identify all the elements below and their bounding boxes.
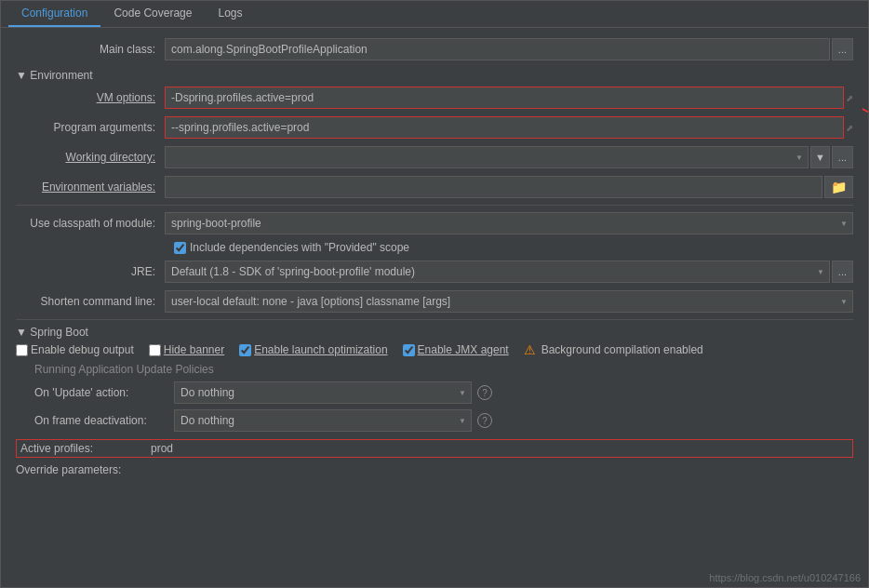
frame-deactivation-label: On frame deactivation: <box>34 414 174 427</box>
jre-select[interactable]: Default (1.8 - SDK of 'spring-boot-profi… <box>165 261 830 283</box>
classpath-row: Use classpath of module: spring-boot-pro… <box>16 211 853 235</box>
update-action-row: On 'Update' action: Do nothing ? <box>34 381 853 404</box>
divider-2 <box>16 319 853 320</box>
jre-label: JRE: <box>16 265 165 278</box>
tab-logs[interactable]: Logs <box>205 1 255 27</box>
update-action-label: On 'Update' action: <box>34 386 174 399</box>
override-params-label: Override parameters: <box>16 463 146 476</box>
spring-boot-triangle-icon: ▼ <box>16 326 27 339</box>
working-dir-select-wrapper <box>165 146 809 168</box>
program-args-input-wrap: ⬈ <box>165 116 853 139</box>
enable-jmx-label: Enable JMX agent <box>418 343 509 356</box>
include-deps-checkbox[interactable] <box>174 242 186 254</box>
tab-code-coverage[interactable]: Code Coverage <box>100 1 205 27</box>
env-vars-label: Environment variables: <box>16 180 165 194</box>
enable-debug-checkbox[interactable] <box>16 344 28 356</box>
svg-line-0 <box>862 109 868 146</box>
shorten-select[interactable]: user-local default: none - java [options… <box>165 290 853 313</box>
vm-options-label: VM options: <box>16 91 165 104</box>
bg-compilation-label: Background compilation enabled <box>541 343 703 356</box>
spring-boot-section-header[interactable]: ▼ Spring Boot <box>16 326 853 339</box>
main-class-row: Main class: ... <box>16 37 853 61</box>
shorten-label: Shorten command line: <box>16 295 165 308</box>
enable-jmx-option: Enable JMX agent <box>403 343 509 356</box>
main-class-browse-button[interactable]: ... <box>832 38 853 60</box>
enable-debug-option: Enable debug output <box>16 343 134 356</box>
tab-bar: Configuration Code Coverage Logs <box>1 1 868 28</box>
classpath-label: Use classpath of module: <box>16 217 165 230</box>
working-dir-dropdown-button[interactable]: ▼ <box>810 146 830 168</box>
bg-compilation-option: ⚠ Background compilation enabled <box>524 342 703 357</box>
program-args-label: Program arguments: <box>16 121 165 134</box>
working-dir-row: Working directory: ▼ ... <box>16 145 853 169</box>
enable-launch-checkbox[interactable] <box>239 344 251 356</box>
working-dir-browse-button[interactable]: ... <box>832 146 853 168</box>
configuration-content: Main class: ... ▼ Environment VM options… <box>1 28 868 568</box>
frame-deactivation-select[interactable]: Do nothing <box>174 409 472 432</box>
env-vars-input[interactable] <box>165 176 822 198</box>
program-args-input[interactable] <box>165 116 844 139</box>
environment-triangle-icon: ▼ <box>16 69 27 82</box>
update-action-select-wrapper: Do nothing <box>174 381 472 404</box>
enable-launch-option: Enable launch optimization <box>239 343 387 356</box>
main-class-label: Main class: <box>16 43 165 56</box>
hide-banner-checkbox[interactable] <box>149 344 161 356</box>
env-vars-browse-button[interactable]: 📁 <box>824 176 853 198</box>
classpath-input-group: spring-boot-profile <box>165 212 853 234</box>
jre-browse-button[interactable]: ... <box>832 261 853 283</box>
frame-deactivation-row: On frame deactivation: Do nothing ? <box>34 409 853 432</box>
enable-debug-label: Enable debug output <box>31 343 134 356</box>
include-deps-row: Include dependencies with "Provided" sco… <box>174 241 853 254</box>
environment-label: Environment <box>30 69 92 82</box>
spring-boot-label: Spring Boot <box>30 326 88 339</box>
vm-options-input[interactable] <box>165 87 844 109</box>
include-deps-label: Include dependencies with "Provided" sco… <box>190 241 409 254</box>
vm-options-input-wrap: ⬈ <box>165 87 853 109</box>
working-dir-input[interactable] <box>165 146 809 168</box>
frame-deactivation-select-wrapper: Do nothing <box>174 409 472 432</box>
jre-select-wrapper: Default (1.8 - SDK of 'spring-boot-profi… <box>165 261 830 283</box>
vm-options-row: VM options: ⬈ <box>16 86 853 110</box>
environment-section-header[interactable]: ▼ Environment <box>16 69 853 82</box>
classpath-select[interactable]: spring-boot-profile <box>165 212 853 234</box>
tab-configuration[interactable]: Configuration <box>8 1 100 27</box>
working-dir-input-group: ▼ ... <box>165 146 853 168</box>
divider-1 <box>16 205 853 206</box>
update-action-select-group: Do nothing ? <box>174 381 492 404</box>
update-action-select[interactable]: Do nothing <box>174 381 472 404</box>
env-vars-row: Environment variables: 📁 <box>16 175 853 199</box>
frame-deactivation-select-group: Do nothing ? <box>174 409 492 432</box>
hide-banner-label: Hide banner <box>164 343 224 356</box>
watermark: https://blog.csdn.net/u010247166 <box>1 568 868 587</box>
shorten-select-wrapper: user-local default: none - java [options… <box>165 290 853 313</box>
vm-options-resize-icon: ⬈ <box>846 93 853 103</box>
run-configuration-dialog: Configuration Code Coverage Logs Main cl… <box>0 0 869 588</box>
frame-deactivation-help-icon[interactable]: ? <box>477 413 492 428</box>
classpath-select-wrapper: spring-boot-profile <box>165 212 853 234</box>
main-class-input[interactable] <box>165 38 830 60</box>
warning-icon: ⚠ <box>524 342 536 357</box>
annotation-arrow <box>853 100 868 155</box>
env-vars-input-group: 📁 <box>165 176 853 198</box>
program-args-resize-icon: ⬈ <box>846 123 853 133</box>
working-dir-label: Working directory: <box>16 151 165 164</box>
shorten-row: Shorten command line: user-local default… <box>16 289 853 314</box>
override-params-row: Override parameters: <box>16 463 853 476</box>
jre-input-group: Default (1.8 - SDK of 'spring-boot-profi… <box>165 261 853 283</box>
active-profiles-input[interactable] <box>151 442 849 455</box>
enable-jmx-checkbox[interactable] <box>403 344 415 356</box>
active-profiles-label: Active profiles: <box>20 442 151 455</box>
enable-launch-label: Enable launch optimization <box>254 343 387 356</box>
main-class-input-group: ... <box>165 38 853 60</box>
running-app-label: Running Application Update Policies <box>34 363 853 376</box>
active-profiles-row: Active profiles: <box>16 439 853 458</box>
jre-row: JRE: Default (1.8 - SDK of 'spring-boot-… <box>16 260 853 284</box>
program-args-row: Program arguments: ⬈ 二选一，必须在第一种中写 <box>16 115 853 140</box>
update-action-help-icon[interactable]: ? <box>477 385 492 400</box>
spring-boot-options-row: Enable debug output Hide banner Enable l… <box>16 342 853 357</box>
hide-banner-option: Hide banner <box>149 343 224 356</box>
